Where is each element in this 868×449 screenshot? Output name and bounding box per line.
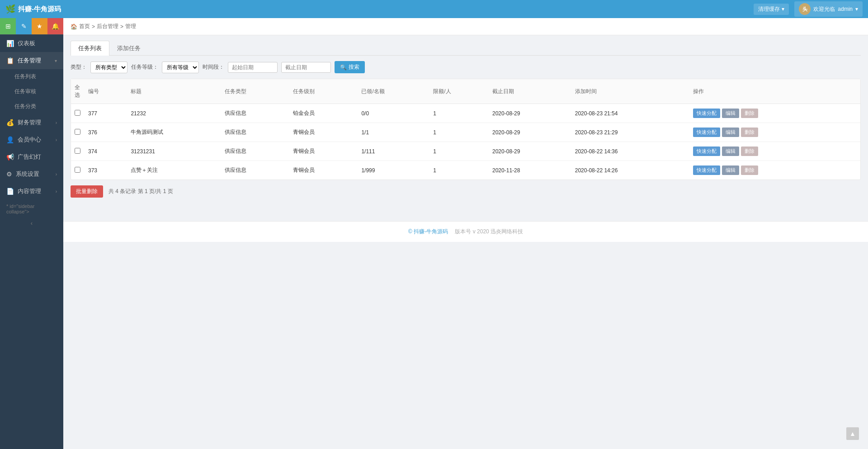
sidebar-collapse-label: * id="sidebar collapse">: [0, 200, 63, 218]
clear-cache-button[interactable]: 清理缓存 ▾: [754, 4, 789, 15]
layout: ⊞ ✎ ★ 🔔 📊 仪表板 📋 任务管理 ▾ 任务列表 任务审核 任务分类 💰 …: [0, 18, 868, 449]
filter-bar: 类型： 所有类型 供应信息 任务等级： 所有等级 铂金会员 青铜会员 时间段： …: [71, 61, 861, 73]
table-row: 373 点赞＋关注 供应信息 青铜会员 1/999 1 2020-11-28 2…: [71, 161, 860, 180]
end-date-input[interactable]: [281, 62, 331, 73]
row-actions: 快速分配 编辑 删除: [689, 161, 860, 180]
col-level: 任务级别: [289, 79, 358, 104]
col-add-time: 添加时间: [571, 79, 689, 104]
sidebar-item-label: 仪表板: [18, 39, 35, 47]
tab-task-list[interactable]: 任务列表: [71, 41, 109, 56]
search-button[interactable]: 🔍 搜索: [335, 61, 365, 73]
sidebar-item-task-audit[interactable]: 任务审核: [0, 84, 63, 99]
row-level: 青铜会员: [289, 161, 358, 180]
scroll-to-top-button[interactable]: ▲: [846, 427, 859, 440]
sidebar-item-task-category[interactable]: 任务分类: [0, 99, 63, 114]
edit-button[interactable]: 编辑: [722, 147, 739, 156]
sidebar-icon-star[interactable]: ★: [32, 18, 47, 34]
username: admin: [838, 6, 853, 12]
type-filter-label: 类型：: [71, 63, 87, 71]
row-add-time: 2020-08-22 14:26: [571, 161, 689, 180]
breadcrumb-sep1: >: [92, 24, 95, 30]
row-level: 青铜会员: [289, 123, 358, 142]
page-content: 任务列表 添加任务 类型： 所有类型 供应信息 任务等级： 所有等级 铂金会员 …: [63, 35, 868, 203]
tabs: 任务列表 添加任务: [71, 41, 861, 56]
welcome-text: 欢迎光临: [813, 5, 835, 13]
sidebar-icon-edit[interactable]: ✎: [16, 18, 32, 34]
row-id: 376: [85, 123, 127, 142]
quick-assign-button[interactable]: 快速分配: [693, 147, 720, 156]
user-menu-button[interactable]: 头 欢迎光临 admin ▾: [794, 1, 863, 17]
finance-icon: 💰: [6, 119, 14, 126]
action-btns: 快速分配 编辑 删除: [693, 109, 857, 118]
row-checkbox[interactable]: [75, 167, 80, 173]
type-filter-select[interactable]: 所有类型 供应信息: [90, 61, 127, 73]
edit-button[interactable]: 编辑: [722, 109, 739, 118]
row-actions: 快速分配 编辑 删除: [689, 142, 860, 161]
quick-assign-button[interactable]: 快速分配: [693, 128, 720, 137]
chevron-right-icon: ›: [56, 120, 57, 125]
sidebar-item-dashboard[interactable]: 📊 仪表板: [0, 35, 63, 52]
breadcrumb-sep2: >: [120, 24, 123, 30]
tab-add-task[interactable]: 添加任务: [109, 41, 148, 56]
sidebar-item-ad[interactable]: 📢 广告幻灯: [0, 148, 63, 165]
row-limit: 1: [429, 123, 489, 142]
col-title: 标题: [127, 79, 221, 104]
col-action: 操作: [689, 79, 860, 104]
dashboard-icon: 📊: [6, 40, 14, 47]
row-quota: 1/1: [358, 123, 429, 142]
row-end-date: 2020-08-29: [489, 104, 571, 123]
footer-link[interactable]: © 抖赚-牛角源码: [408, 228, 448, 235]
row-level: 铂金会员: [289, 104, 358, 123]
sidebar-item-task-list[interactable]: 任务列表: [0, 69, 63, 84]
row-checkbox[interactable]: [75, 148, 80, 154]
batch-delete-button[interactable]: 批量删除: [71, 185, 103, 198]
delete-button[interactable]: 删除: [741, 147, 758, 156]
delete-button[interactable]: 删除: [741, 165, 758, 175]
chevron-down-icon: ▾: [55, 58, 57, 63]
table-row: 374 31231231 供应信息 青铜会员 1/111 1 2020-08-2…: [71, 142, 860, 161]
footer: © 抖赚-牛角源码 版本号 v 2020 迅炎网络科技: [63, 221, 868, 242]
col-type: 任务类型: [221, 79, 289, 104]
sidebar-item-content[interactable]: 📄 内容管理 ›: [0, 183, 63, 200]
row-end-date: 2020-08-29: [489, 123, 571, 142]
delete-button[interactable]: 删除: [741, 128, 758, 137]
row-checkbox[interactable]: [75, 110, 80, 116]
task-table: 全选 编号 标题 任务类型 任务级别 已领/名额 限额/人 截止日期 添加时间 …: [71, 79, 861, 180]
top-navbar: 🌿 抖赚-牛角源码 清理缓存 ▾ 头 欢迎光临 admin ▾: [0, 0, 868, 18]
row-title: 牛角源码测试: [127, 123, 221, 142]
dropdown-icon: ▾: [782, 6, 784, 12]
quick-assign-button[interactable]: 快速分配: [693, 165, 720, 175]
table-row: 377 21232 供应信息 铂金会员 0/0 1 2020-08-29 202…: [71, 104, 860, 123]
sidebar-item-task-management[interactable]: 📋 任务管理 ▾: [0, 52, 63, 69]
sidebar-item-finance[interactable]: 💰 财务管理 ›: [0, 114, 63, 131]
level-filter-label: 任务等级：: [131, 63, 158, 71]
row-id: 377: [85, 104, 127, 123]
row-quota: 1/111: [358, 142, 429, 161]
col-end-date: 截止日期: [489, 79, 571, 104]
col-limit: 限额/人: [429, 79, 489, 104]
row-add-time: 2020-08-23 21:29: [571, 123, 689, 142]
delete-button[interactable]: 删除: [741, 109, 758, 118]
edit-button[interactable]: 编辑: [722, 165, 739, 175]
sidebar-icon-bell[interactable]: 🔔: [47, 18, 63, 34]
row-checkbox[interactable]: [75, 129, 80, 135]
row-type: 供应信息: [221, 161, 289, 180]
row-add-time: 2020-08-23 21:54: [571, 104, 689, 123]
search-icon: 🔍: [340, 64, 347, 71]
edit-button[interactable]: 编辑: [722, 128, 739, 137]
sidebar-item-system[interactable]: ⚙ 系统设置 ›: [0, 165, 63, 183]
member-icon: 👤: [6, 136, 14, 143]
table-row: 376 牛角源码测试 供应信息 青铜会员 1/1 1 2020-08-29 20…: [71, 123, 860, 142]
start-date-input[interactable]: [228, 62, 278, 73]
action-btns: 快速分配 编辑 删除: [693, 165, 857, 175]
row-limit: 1: [429, 142, 489, 161]
sidebar-icon-home[interactable]: ⊞: [0, 18, 16, 34]
quick-assign-button[interactable]: 快速分配: [693, 109, 720, 118]
action-btns: 快速分配 编辑 删除: [693, 128, 857, 137]
sidebar-item-member[interactable]: 👤 会员中心 ›: [0, 131, 63, 148]
level-filter-select[interactable]: 所有等级 铂金会员 青铜会员: [162, 61, 199, 73]
sidebar-collapse-button[interactable]: ‹: [0, 218, 63, 228]
col-select: 全选: [71, 79, 85, 104]
row-level: 青铜会员: [289, 142, 358, 161]
row-actions: 快速分配 编辑 删除: [689, 104, 860, 123]
